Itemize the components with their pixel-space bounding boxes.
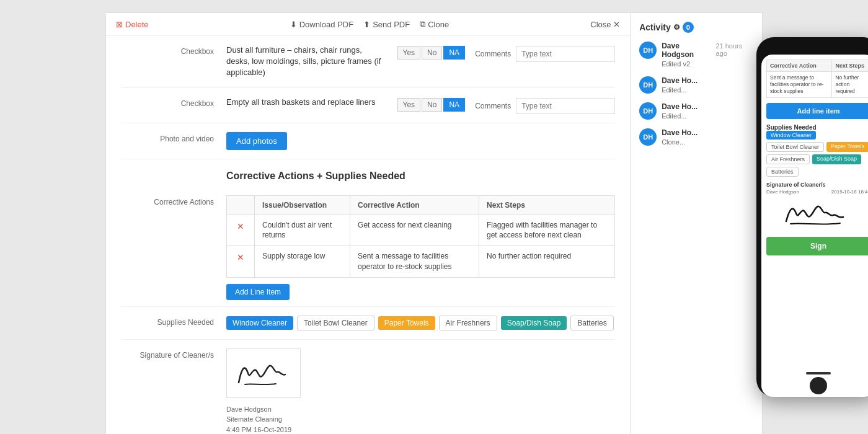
activity-name-2: Dave Ho... xyxy=(662,102,698,111)
phone-table: Corrective Action Next Steps Sent a mess… xyxy=(766,60,868,98)
phone-sig-date: 2019-10-16 16:49 xyxy=(831,189,868,195)
avatar-3: DH xyxy=(639,128,657,146)
phone-supplies-label: Supplies Needed xyxy=(766,124,868,131)
activity-list: DH Dave Hodgson 21 hours ago Edited v2 D… xyxy=(639,42,753,146)
activity-desc-0: Edited v2 xyxy=(662,60,753,68)
activity-time-0: 21 hours ago xyxy=(715,42,753,57)
phone-supply-tag: Soap/Dish Soap xyxy=(812,154,861,164)
phone-signature xyxy=(781,197,856,231)
toolbar: Delete ⬇ Download PDF ⬆ Send PDF ⧉ Clone… xyxy=(106,13,630,36)
activity-header: Activity ⚙ 0 xyxy=(639,22,753,33)
signature-row: Signature of Cleaner/s Dave Hodgson Site… xyxy=(121,340,615,434)
phone-supply-tag: Batteries xyxy=(766,167,799,177)
phone-supplies-section: Supplies Needed Window CleanerToilet Bow… xyxy=(766,124,868,177)
phone-sig-box xyxy=(766,195,868,232)
yn-group-2: Yes No NA xyxy=(397,98,466,112)
add-photos-button[interactable]: Add photos xyxy=(226,132,287,150)
phone-nextsteps-col: Next Steps xyxy=(832,60,868,72)
no-btn-2[interactable]: No xyxy=(422,98,442,112)
close-button[interactable]: Close ✕ xyxy=(590,20,620,29)
signature-label: Signature of Cleaner/s xyxy=(121,348,214,360)
download-pdf-button[interactable]: ⬇ Download PDF xyxy=(290,20,353,29)
activity-item-2: DH Dave Ho... Edited... xyxy=(639,102,753,120)
supply-tag: Paper Towels xyxy=(378,316,435,330)
phone-sig-section: Signature of Cleaner/s Dave Hodgson 2019… xyxy=(766,182,868,232)
phone-supply-tag: Air Freshners xyxy=(766,154,810,164)
activity-desc-3: Clone... xyxy=(662,138,753,146)
phone-sign-button[interactable]: Sign xyxy=(766,237,868,255)
form-content: Checkbox Dust all furniture – chairs, ch… xyxy=(106,36,630,434)
phone-action-col: Corrective Action xyxy=(767,60,832,72)
phone-add-line-button[interactable]: Add line item xyxy=(766,103,868,119)
nextsteps-col-header: Next Steps xyxy=(479,195,615,215)
phone-supply-tag: Toilet Bowl Cleaner xyxy=(766,142,824,152)
photo-label: Photo and video xyxy=(121,132,214,143)
section-title: Corrective Actions + Supplies Needed xyxy=(121,159,615,189)
delete-col-header xyxy=(227,195,255,215)
checkbox-label-2: Checkbox xyxy=(121,97,214,108)
issue-cell-0: Couldn't dust air vent returns xyxy=(255,215,350,246)
checkbox-row-2: Checkbox Empty all trash baskets and rep… xyxy=(121,88,615,123)
signature-image xyxy=(232,355,294,392)
phone-tags-container: Window CleanerToilet Bowl CleanerPaper T… xyxy=(766,131,868,177)
photo-row: Photo and video Add photos xyxy=(121,123,615,159)
yes-btn-2[interactable]: Yes xyxy=(397,98,421,112)
avatar-1: DH xyxy=(639,76,657,94)
activity-name-1: Dave Ho... xyxy=(662,76,698,85)
supply-tag: Soap/Dish Soap xyxy=(501,316,567,330)
action-col-header: Corrective Action xyxy=(350,195,479,215)
phone-supply-tag: Paper Towels xyxy=(826,142,868,152)
phone-sig-meta: Dave Hodgson 2019-10-16 16:49 xyxy=(766,189,868,195)
table-header-row: Issue/Observation Corrective Action Next… xyxy=(227,195,615,215)
phone-home-button[interactable] xyxy=(810,377,827,394)
delete-button[interactable]: Delete xyxy=(116,20,149,29)
phone-sig-name: Dave Hodgson xyxy=(766,189,799,195)
sig-company: Sitemate Cleaning xyxy=(226,414,291,425)
activity-badge: 0 xyxy=(683,22,694,33)
clone-button[interactable]: ⧉ Clone xyxy=(420,19,449,29)
phone-home-bar xyxy=(806,372,831,374)
corrective-actions-row: Corrective Actions Issue/Observation Cor… xyxy=(121,189,615,307)
yes-btn-1[interactable]: Yes xyxy=(397,46,421,60)
supplies-row: Supplies Needed Window CleanerToilet Bow… xyxy=(121,307,615,340)
checkbox-text-2: Empty all trash baskets and replace line… xyxy=(226,97,388,108)
comment-label-2: Comments xyxy=(475,102,511,110)
nextsteps-cell-1: No further action required xyxy=(479,246,615,278)
nextsteps-cell-0: Flagged with facilities manager to get a… xyxy=(479,215,615,246)
download-icon: ⬇ xyxy=(290,20,297,29)
signature-box xyxy=(226,348,301,398)
clone-icon: ⧉ xyxy=(420,19,425,29)
table-row: ✕ Couldn't dust air vent returns Get acc… xyxy=(227,215,615,246)
phone-table-header: Corrective Action Next Steps xyxy=(767,60,869,72)
add-line-item-button[interactable]: Add Line Item xyxy=(226,284,290,300)
avatar-2: DH xyxy=(639,102,657,120)
checkbox-text-1: Dust all furniture – chairs, chair rungs… xyxy=(226,45,388,79)
main-form-panel: Delete ⬇ Download PDF ⬆ Send PDF ⧉ Clone… xyxy=(105,12,631,434)
activity-desc-2: Edited... xyxy=(662,112,753,120)
action-cell-0: Get access for next cleaning xyxy=(350,215,479,246)
send-pdf-button[interactable]: ⬆ Send PDF xyxy=(363,20,410,29)
supply-tags-container: Window CleanerToilet Bowl CleanerPaper T… xyxy=(226,316,615,330)
sig-name: Dave Hodgson xyxy=(226,404,291,415)
comment-input-2[interactable] xyxy=(516,98,615,114)
delete-row-btn-1[interactable]: ✕ xyxy=(234,251,247,264)
na-btn-1[interactable]: NA xyxy=(443,46,465,60)
corrective-actions-label: Corrective Actions xyxy=(121,195,214,206)
activity-item-3: DH Dave Ho... Clone... xyxy=(639,128,753,146)
supply-tag: Air Freshners xyxy=(439,316,497,330)
phone-nextsteps-cell: No further action required xyxy=(832,72,868,98)
delete-row-btn-0[interactable]: ✕ xyxy=(234,220,247,232)
na-btn-2[interactable]: NA xyxy=(443,98,465,112)
sig-date: 4:49 PM 16-Oct-2019 xyxy=(226,425,291,434)
issue-cell-1: Supply storage low xyxy=(255,246,350,278)
no-btn-1[interactable]: No xyxy=(422,46,442,60)
phone-screen: Corrective Action Next Steps Sent a mess… xyxy=(761,55,868,397)
comment-label-1: Comments xyxy=(475,50,511,58)
activity-panel: Activity ⚙ 0 DH Dave Hodgson 21 hours ag… xyxy=(631,12,763,434)
phone-sig-label: Signature of Cleaner/s xyxy=(766,182,868,188)
comment-input-1[interactable] xyxy=(516,46,615,62)
phone-table-row: Sent a message to facilities operator to… xyxy=(767,72,869,98)
corrective-actions-table: Issue/Observation Corrective Action Next… xyxy=(226,195,615,278)
phone-content: Corrective Action Next Steps Sent a mess… xyxy=(761,55,868,370)
signature-meta: Dave Hodgson Sitemate Cleaning 4:49 PM 1… xyxy=(226,404,291,434)
